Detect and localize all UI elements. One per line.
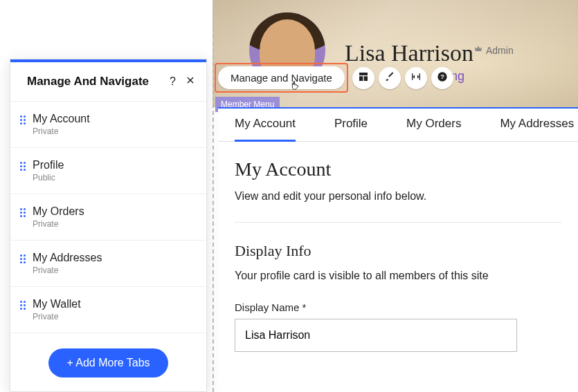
section-info: Your profile card is visible to all memb… [235,270,561,282]
stretch-icon [410,71,422,84]
sidebar-item-label: My Addresses [33,252,102,264]
svg-text:?: ? [440,73,444,80]
display-name-label: Display Name * [235,301,561,313]
sidebar-item-privacy: Private [33,219,84,229]
sidebar-item-my-account[interactable]: My Account Private [10,102,206,148]
vertical-ruler [213,0,214,392]
tab-my-orders[interactable]: My Orders [406,108,461,142]
sidebar-item-label: Profile [33,159,64,171]
panel-help-button[interactable]: ? [170,75,176,88]
help-button[interactable]: ? [431,67,453,89]
sidebar-item-privacy: Private [33,312,81,321]
page-title: My Account [235,158,561,180]
manage-navigate-panel: Manage And Navigate ? My Account Private… [10,59,207,392]
brush-icon [384,71,395,84]
panel-header: Manage And Navigate ? [10,62,206,102]
tab-my-addresses[interactable]: My Addresses [500,108,574,142]
sidebar-item-privacy: Private [33,127,90,136]
cursor-hand-icon [290,80,301,94]
editor-toolbar: Manage and Navigate ? [215,63,453,93]
sidebar-item-privacy: Private [33,265,102,275]
sidebar-item-label: My Account [33,113,90,125]
add-more-tabs-button[interactable]: + Add More Tabs [48,348,168,377]
drag-handle-icon[interactable] [20,208,26,217]
drag-handle-icon[interactable] [20,115,26,124]
manage-navigate-button[interactable]: Manage and Navigate [218,66,345,89]
sidebar-item-privacy: Public [33,173,64,183]
tab-profile[interactable]: Profile [334,108,368,142]
content-panel: My Account View and edit your personal i… [218,142,578,392]
close-icon [186,75,195,87]
panel-footer: + Add More Tabs Manage Member Privacy [10,333,206,392]
sidebar-item-profile[interactable]: Profile Public [10,148,206,194]
member-tabs: My Account Profile My Orders My Addresse… [218,107,578,142]
sidebar-item-my-addresses[interactable]: My Addresses Private [10,241,206,287]
stretch-button[interactable] [405,67,427,89]
admin-label: Admin [486,45,514,56]
tab-my-account[interactable]: My Account [235,108,296,142]
panel-close-button[interactable] [186,75,195,88]
drag-handle-icon[interactable] [20,162,26,171]
sidebar-item-my-orders[interactable]: My Orders Private [10,194,206,241]
sidebar-item-label: My Wallet [33,298,81,310]
section-heading: Display Info [235,242,561,260]
divider [235,222,561,223]
panel-header-actions: ? [170,75,195,88]
page-subtext: View and edit your personal info below. [235,190,561,203]
drag-handle-icon[interactable] [20,301,26,310]
sidebar-item-label: My Orders [33,205,84,218]
admin-badge: Admin [473,44,514,56]
layout-icon [358,71,369,84]
design-button[interactable] [379,67,401,89]
drag-handle-icon[interactable] [20,254,26,263]
panel-title: Manage And Navigate [27,75,149,88]
layout-button[interactable] [352,67,374,89]
sidebar-item-my-wallet[interactable]: My Wallet Private [10,287,206,333]
manage-navigate-highlight: Manage and Navigate [215,63,348,93]
question-icon: ? [437,71,448,84]
crown-icon [473,44,483,56]
display-name-input[interactable] [235,319,517,352]
